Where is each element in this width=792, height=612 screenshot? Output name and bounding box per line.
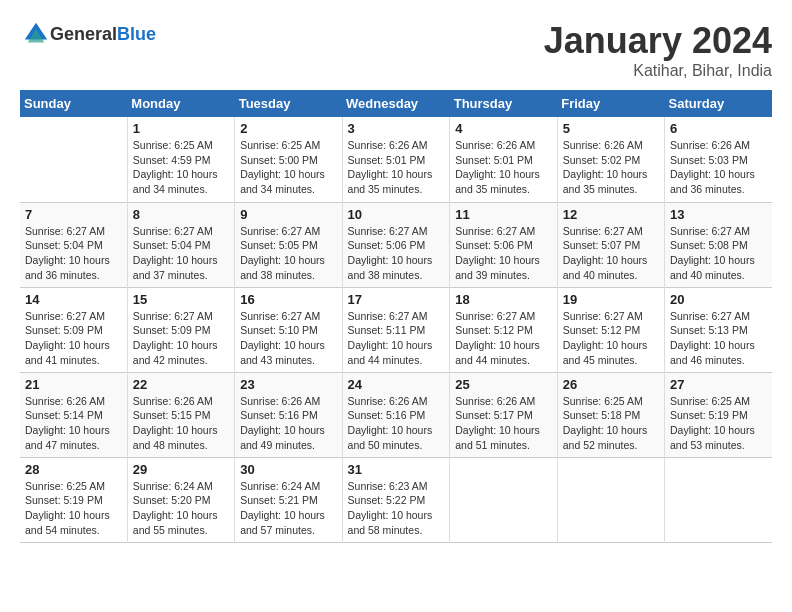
day-header-saturday: Saturday <box>665 90 773 117</box>
day-info: Sunrise: 6:26 AM Sunset: 5:02 PM Dayligh… <box>563 138 659 197</box>
day-info: Sunrise: 6:27 AM Sunset: 5:11 PM Dayligh… <box>348 309 445 368</box>
week-row-5: 28Sunrise: 6:25 AM Sunset: 5:19 PM Dayli… <box>20 457 772 542</box>
day-number: 3 <box>348 121 445 136</box>
day-info: Sunrise: 6:26 AM Sunset: 5:03 PM Dayligh… <box>670 138 767 197</box>
calendar-cell: 21Sunrise: 6:26 AM Sunset: 5:14 PM Dayli… <box>20 372 127 457</box>
calendar-cell <box>665 457 773 542</box>
day-number: 4 <box>455 121 551 136</box>
day-info: Sunrise: 6:26 AM Sunset: 5:16 PM Dayligh… <box>348 394 445 453</box>
calendar-cell: 7Sunrise: 6:27 AM Sunset: 5:04 PM Daylig… <box>20 202 127 287</box>
day-info: Sunrise: 6:25 AM Sunset: 5:00 PM Dayligh… <box>240 138 336 197</box>
day-info: Sunrise: 6:25 AM Sunset: 5:18 PM Dayligh… <box>563 394 659 453</box>
day-info: Sunrise: 6:27 AM Sunset: 5:04 PM Dayligh… <box>25 224 122 283</box>
calendar-cell: 28Sunrise: 6:25 AM Sunset: 5:19 PM Dayli… <box>20 457 127 542</box>
calendar-cell: 30Sunrise: 6:24 AM Sunset: 5:21 PM Dayli… <box>235 457 342 542</box>
day-header-tuesday: Tuesday <box>235 90 342 117</box>
logo-text-general: General <box>50 24 117 44</box>
day-info: Sunrise: 6:26 AM Sunset: 5:16 PM Dayligh… <box>240 394 336 453</box>
page-header: GeneralBlue January 2024 Katihar, Bihar,… <box>20 20 772 80</box>
day-info: Sunrise: 6:26 AM Sunset: 5:01 PM Dayligh… <box>348 138 445 197</box>
day-number: 5 <box>563 121 659 136</box>
day-header-monday: Monday <box>127 90 234 117</box>
day-info: Sunrise: 6:26 AM Sunset: 5:17 PM Dayligh… <box>455 394 551 453</box>
day-info: Sunrise: 6:24 AM Sunset: 5:20 PM Dayligh… <box>133 479 229 538</box>
logo-icon <box>22 20 50 48</box>
calendar-cell: 25Sunrise: 6:26 AM Sunset: 5:17 PM Dayli… <box>450 372 557 457</box>
month-title: January 2024 <box>544 20 772 62</box>
calendar-cell: 16Sunrise: 6:27 AM Sunset: 5:10 PM Dayli… <box>235 287 342 372</box>
day-info: Sunrise: 6:26 AM Sunset: 5:01 PM Dayligh… <box>455 138 551 197</box>
calendar-cell: 23Sunrise: 6:26 AM Sunset: 5:16 PM Dayli… <box>235 372 342 457</box>
calendar-cell: 27Sunrise: 6:25 AM Sunset: 5:19 PM Dayli… <box>665 372 773 457</box>
calendar-cell: 8Sunrise: 6:27 AM Sunset: 5:04 PM Daylig… <box>127 202 234 287</box>
day-info: Sunrise: 6:27 AM Sunset: 5:09 PM Dayligh… <box>25 309 122 368</box>
day-info: Sunrise: 6:27 AM Sunset: 5:08 PM Dayligh… <box>670 224 767 283</box>
day-number: 7 <box>25 207 122 222</box>
day-number: 26 <box>563 377 659 392</box>
day-info: Sunrise: 6:27 AM Sunset: 5:12 PM Dayligh… <box>455 309 551 368</box>
calendar-cell: 26Sunrise: 6:25 AM Sunset: 5:18 PM Dayli… <box>557 372 664 457</box>
calendar-cell: 14Sunrise: 6:27 AM Sunset: 5:09 PM Dayli… <box>20 287 127 372</box>
day-number: 17 <box>348 292 445 307</box>
day-number: 10 <box>348 207 445 222</box>
day-info: Sunrise: 6:27 AM Sunset: 5:10 PM Dayligh… <box>240 309 336 368</box>
calendar-cell: 10Sunrise: 6:27 AM Sunset: 5:06 PM Dayli… <box>342 202 450 287</box>
day-info: Sunrise: 6:23 AM Sunset: 5:22 PM Dayligh… <box>348 479 445 538</box>
calendar-cell: 9Sunrise: 6:27 AM Sunset: 5:05 PM Daylig… <box>235 202 342 287</box>
logo-text-blue: Blue <box>117 24 156 44</box>
day-number: 20 <box>670 292 767 307</box>
calendar-cell <box>450 457 557 542</box>
title-block: January 2024 Katihar, Bihar, India <box>544 20 772 80</box>
day-number: 29 <box>133 462 229 477</box>
day-info: Sunrise: 6:27 AM Sunset: 5:05 PM Dayligh… <box>240 224 336 283</box>
day-number: 1 <box>133 121 229 136</box>
day-number: 27 <box>670 377 767 392</box>
day-info: Sunrise: 6:27 AM Sunset: 5:06 PM Dayligh… <box>455 224 551 283</box>
day-header-wednesday: Wednesday <box>342 90 450 117</box>
location-subtitle: Katihar, Bihar, India <box>544 62 772 80</box>
day-header-sunday: Sunday <box>20 90 127 117</box>
calendar-cell: 31Sunrise: 6:23 AM Sunset: 5:22 PM Dayli… <box>342 457 450 542</box>
logo: GeneralBlue <box>20 20 156 48</box>
day-info: Sunrise: 6:27 AM Sunset: 5:09 PM Dayligh… <box>133 309 229 368</box>
calendar-cell: 13Sunrise: 6:27 AM Sunset: 5:08 PM Dayli… <box>665 202 773 287</box>
day-info: Sunrise: 6:27 AM Sunset: 5:13 PM Dayligh… <box>670 309 767 368</box>
calendar-table: SundayMondayTuesdayWednesdayThursdayFrid… <box>20 90 772 543</box>
day-info: Sunrise: 6:27 AM Sunset: 5:07 PM Dayligh… <box>563 224 659 283</box>
day-info: Sunrise: 6:25 AM Sunset: 4:59 PM Dayligh… <box>133 138 229 197</box>
calendar-cell: 15Sunrise: 6:27 AM Sunset: 5:09 PM Dayli… <box>127 287 234 372</box>
calendar-cell: 1Sunrise: 6:25 AM Sunset: 4:59 PM Daylig… <box>127 117 234 202</box>
calendar-cell: 17Sunrise: 6:27 AM Sunset: 5:11 PM Dayli… <box>342 287 450 372</box>
day-number: 18 <box>455 292 551 307</box>
week-row-1: 1Sunrise: 6:25 AM Sunset: 4:59 PM Daylig… <box>20 117 772 202</box>
calendar-cell: 24Sunrise: 6:26 AM Sunset: 5:16 PM Dayli… <box>342 372 450 457</box>
day-header-friday: Friday <box>557 90 664 117</box>
day-info: Sunrise: 6:25 AM Sunset: 5:19 PM Dayligh… <box>25 479 122 538</box>
day-number: 23 <box>240 377 336 392</box>
days-header-row: SundayMondayTuesdayWednesdayThursdayFrid… <box>20 90 772 117</box>
day-number: 11 <box>455 207 551 222</box>
day-number: 22 <box>133 377 229 392</box>
day-number: 16 <box>240 292 336 307</box>
calendar-cell: 4Sunrise: 6:26 AM Sunset: 5:01 PM Daylig… <box>450 117 557 202</box>
calendar-cell: 3Sunrise: 6:26 AM Sunset: 5:01 PM Daylig… <box>342 117 450 202</box>
calendar-cell: 19Sunrise: 6:27 AM Sunset: 5:12 PM Dayli… <box>557 287 664 372</box>
day-info: Sunrise: 6:25 AM Sunset: 5:19 PM Dayligh… <box>670 394 767 453</box>
day-header-thursday: Thursday <box>450 90 557 117</box>
day-info: Sunrise: 6:27 AM Sunset: 5:06 PM Dayligh… <box>348 224 445 283</box>
calendar-cell: 2Sunrise: 6:25 AM Sunset: 5:00 PM Daylig… <box>235 117 342 202</box>
calendar-cell: 20Sunrise: 6:27 AM Sunset: 5:13 PM Dayli… <box>665 287 773 372</box>
day-number: 24 <box>348 377 445 392</box>
day-number: 2 <box>240 121 336 136</box>
day-number: 9 <box>240 207 336 222</box>
week-row-3: 14Sunrise: 6:27 AM Sunset: 5:09 PM Dayli… <box>20 287 772 372</box>
day-info: Sunrise: 6:26 AM Sunset: 5:15 PM Dayligh… <box>133 394 229 453</box>
day-number: 6 <box>670 121 767 136</box>
calendar-cell: 11Sunrise: 6:27 AM Sunset: 5:06 PM Dayli… <box>450 202 557 287</box>
week-row-2: 7Sunrise: 6:27 AM Sunset: 5:04 PM Daylig… <box>20 202 772 287</box>
day-info: Sunrise: 6:26 AM Sunset: 5:14 PM Dayligh… <box>25 394 122 453</box>
calendar-cell: 12Sunrise: 6:27 AM Sunset: 5:07 PM Dayli… <box>557 202 664 287</box>
day-number: 19 <box>563 292 659 307</box>
day-number: 8 <box>133 207 229 222</box>
day-number: 13 <box>670 207 767 222</box>
